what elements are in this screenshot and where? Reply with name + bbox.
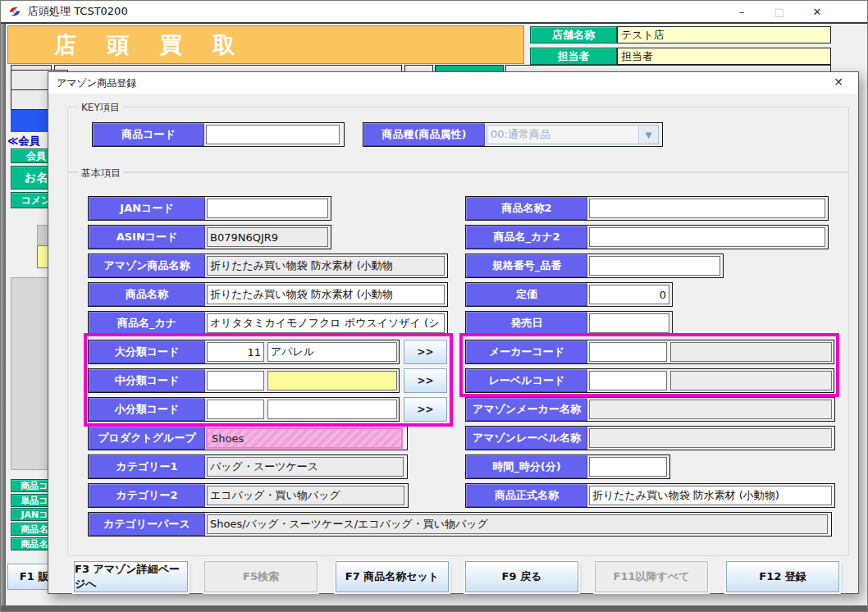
list-price-row: 定価	[465, 282, 673, 307]
dialog-titlebar: アマゾン商品登録 ✕	[48, 72, 858, 94]
standard-no-input[interactable]	[589, 256, 720, 276]
basic-section-legend: 基本項目	[78, 167, 124, 180]
amazon-label-row: アマゾンレーベル名称	[465, 426, 835, 450]
jan-code-row: JANコード	[88, 196, 331, 221]
staff-value: 担当者	[617, 48, 831, 65]
label-code-input[interactable]	[589, 371, 667, 390]
amazon-maker-row: アマゾンメーカー名称	[465, 397, 835, 422]
member-section-header: ≪会員	[7, 134, 40, 148]
small-class-name-input[interactable]	[267, 400, 397, 419]
small-class-label: 小分類コード	[89, 398, 205, 421]
product-type-value: 00:通常商品	[487, 126, 638, 144]
f12-register-button[interactable]: F12 登録	[726, 561, 839, 592]
label-name-field	[670, 371, 832, 390]
standard-no-row: 規格番号_品番	[465, 253, 724, 278]
category-path-field	[207, 514, 828, 534]
large-class-search-button[interactable]: >>	[404, 340, 447, 364]
product-kana2-label: 商品名_カナ2	[466, 226, 587, 249]
amazon-name-field	[207, 256, 445, 276]
category-path-row: カテゴリーパース	[88, 512, 832, 537]
maker-code-label: メーカーコード	[466, 340, 587, 363]
mid-class-code-input[interactable]	[207, 371, 264, 390]
product-name-label: 商品名称	[89, 283, 205, 306]
mid-class-row: 中分類コード	[88, 368, 400, 393]
dialog-close-icon[interactable]: ✕	[830, 75, 847, 89]
product-code-input[interactable]	[206, 125, 340, 144]
product-kana-row: 商品名_カナ	[88, 311, 448, 336]
list-price-input[interactable]	[589, 285, 669, 304]
maker-code-row: メーカーコード	[465, 340, 834, 364]
category1-label: カテゴリー1	[89, 455, 205, 478]
category2-label: カテゴリー2	[89, 484, 205, 507]
small-class-code-input[interactable]	[207, 400, 264, 419]
release-date-row: 発売日	[465, 311, 673, 336]
f3-amazon-detail-button[interactable]: F3 アマゾン詳細ページへ	[74, 561, 188, 592]
product-name2-row: 商品名称2	[465, 196, 829, 221]
amazon-product-dialog: アマゾン商品登録 ✕ KEY項目 商品コード 商品種(商品属性) 00:通常商品…	[48, 71, 859, 594]
mid-class-label: 中分類コード	[89, 369, 205, 392]
asin-code-row: ASINコード	[88, 225, 331, 249]
member-list-pane	[11, 277, 48, 470]
f9-back-button[interactable]: F9 戻る	[465, 561, 578, 592]
amazon-label-label: アマゾンレーベル名称	[466, 427, 587, 450]
large-class-code-input[interactable]	[207, 342, 264, 362]
time-row: 時間_時分(分)	[465, 454, 670, 479]
asin-code-field	[207, 227, 328, 247]
label-code-label: レーベルコード	[466, 369, 587, 392]
category2-field	[207, 486, 404, 505]
product-name-input[interactable]	[207, 285, 445, 304]
product-type-row: 商品種(商品属性) 00:通常商品 ▼	[363, 122, 663, 147]
mid-class-search-button[interactable]: >>	[404, 368, 447, 393]
large-class-label: 大分類コード	[89, 340, 205, 363]
large-class-name-input[interactable]	[267, 342, 397, 362]
list-price-label: 定価	[466, 283, 587, 306]
staff-label: 担当者	[530, 48, 617, 65]
store-name-value: テスト店	[617, 26, 831, 43]
asin-code-label: ASINコード	[89, 226, 205, 249]
chevron-down-icon: ▼	[638, 126, 658, 144]
product-kana2-input[interactable]	[589, 227, 825, 247]
mid-class-name-input[interactable]	[267, 371, 397, 390]
product-kana2-row: 商品名_カナ2	[465, 225, 829, 249]
product-kana-label: 商品名_カナ	[89, 312, 205, 335]
small-class-row: 小分類コード	[88, 397, 400, 422]
small-class-search-button[interactable]: >>	[404, 397, 447, 422]
titlebar: 店頭処理 TCST0200 – □ ✕	[1, 1, 868, 24]
close-window-button[interactable]: ✕	[798, 1, 836, 22]
release-date-input[interactable]	[589, 313, 669, 333]
official-name-label: 商品正式名称	[466, 484, 587, 507]
category1-row: カテゴリー1	[88, 454, 408, 479]
product-type-dropdown: 00:通常商品 ▼	[487, 125, 659, 144]
label-code-row: レーベルコード	[465, 368, 834, 393]
product-group-label: プロダクトグループ	[89, 427, 205, 450]
jan-code-label: JANコード	[89, 197, 205, 220]
jan-code-input[interactable]	[207, 199, 328, 218]
window-frame-left	[1, 24, 6, 612]
app-icon	[8, 5, 21, 18]
product-group-row: プロダクトグループ Shoes	[88, 426, 408, 450]
product-code-field-label: 商品コード	[93, 123, 204, 146]
app-window: 店頭処理 TCST0200 – □ ✕ 店 頭 買 取 店舗名称 テスト店 担当…	[0, 0, 868, 612]
official-name-row: 商品正式名称	[465, 483, 835, 508]
minimize-button[interactable]: –	[723, 1, 761, 22]
official-name-input[interactable]	[589, 486, 832, 505]
category-path-label: カテゴリーパース	[89, 513, 205, 536]
dialog-title: アマゾン商品登録	[57, 76, 136, 90]
product-kana-input[interactable]	[207, 313, 445, 333]
product-name2-label: 商品名称2	[466, 197, 587, 220]
product-name2-input[interactable]	[589, 199, 825, 218]
page-banner: 店 頭 買 取	[7, 25, 524, 64]
product-type-label: 商品種(商品属性)	[363, 123, 485, 146]
window-controls: – □ ✕	[723, 1, 836, 22]
f7-name-set-button[interactable]: F7 商品名称セット	[336, 561, 449, 592]
product-name-row: 商品名称	[88, 282, 448, 307]
product-code-row: 商品コード	[92, 122, 345, 147]
maximize-button: □	[761, 1, 798, 22]
category1-field	[207, 457, 404, 477]
release-date-label: 発売日	[466, 312, 587, 335]
amazon-name-row: アマゾン商品名称	[88, 253, 448, 278]
standard-no-label: 規格番号_品番	[466, 254, 587, 277]
maker-code-input[interactable]	[589, 342, 667, 362]
time-input[interactable]	[589, 457, 667, 477]
time-label: 時間_時分(分)	[466, 455, 587, 478]
